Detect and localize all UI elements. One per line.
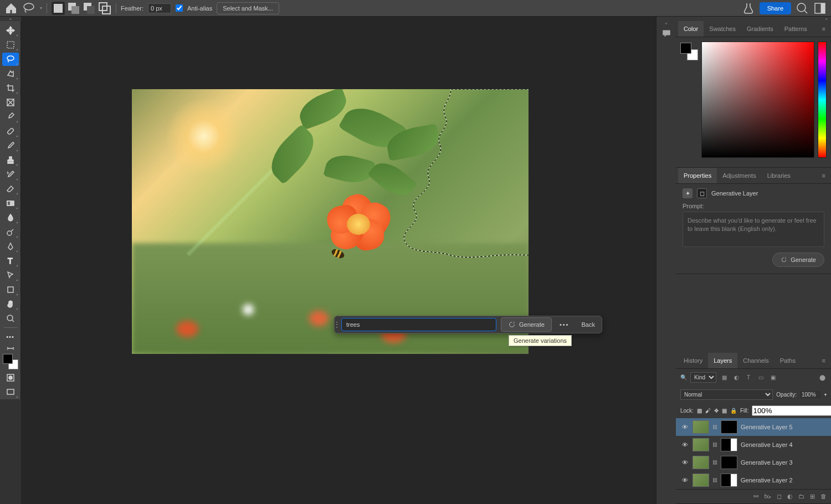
tab-adjustments[interactable]: Adjustments bbox=[717, 168, 762, 183]
visibility-icon[interactable]: 👁 bbox=[680, 459, 689, 466]
document-canvas[interactable] bbox=[132, 89, 529, 354]
pen-tool[interactable] bbox=[2, 240, 19, 253]
edit-toolbar[interactable]: ••• bbox=[2, 330, 19, 343]
visibility-icon[interactable]: 👁 bbox=[680, 424, 689, 430]
intersect-selection-icon[interactable] bbox=[98, 2, 111, 15]
quick-select-tool[interactable] bbox=[2, 67, 19, 80]
lock-all-icon[interactable]: 🔒 bbox=[730, 408, 737, 414]
collapse-tools-icon[interactable]: » bbox=[0, 17, 21, 21]
layer-name[interactable]: Generative Layer 3 bbox=[741, 459, 793, 466]
properties-generate-button[interactable]: Generate bbox=[772, 253, 824, 267]
layer-thumbnail[interactable] bbox=[693, 456, 709, 469]
lock-pos-icon[interactable]: ✥ bbox=[714, 408, 719, 414]
mask-thumbnail[interactable] bbox=[721, 438, 737, 451]
layer-row[interactable]: 👁 ⛓ Generative Layer 4 bbox=[676, 436, 831, 454]
new-layer-icon[interactable]: ⊞ bbox=[810, 493, 815, 500]
search-icon[interactable] bbox=[796, 2, 809, 15]
tab-patterns[interactable]: Patterns bbox=[779, 21, 813, 37]
marquee-tool[interactable] bbox=[2, 38, 19, 52]
tab-color[interactable]: Color bbox=[678, 21, 704, 37]
zoom-tool[interactable] bbox=[2, 312, 19, 325]
dodge-tool[interactable] bbox=[2, 225, 19, 239]
tab-swatches[interactable]: Swatches bbox=[704, 21, 741, 37]
filter-shape-icon[interactable]: ▭ bbox=[756, 373, 765, 382]
lock-paint-icon[interactable]: 🖌 bbox=[705, 408, 711, 414]
panel-menu-icon[interactable]: ≡ bbox=[819, 353, 829, 368]
mask-thumbnail[interactable] bbox=[721, 420, 737, 434]
antialias-checkbox[interactable] bbox=[176, 4, 183, 12]
layer-name[interactable]: Generative Layer 4 bbox=[741, 441, 793, 448]
gradient-tool[interactable] bbox=[2, 197, 19, 210]
crop-tool[interactable] bbox=[2, 81, 19, 95]
healing-tool[interactable] bbox=[2, 125, 19, 138]
link-layers-icon[interactable]: ⚯ bbox=[753, 493, 758, 500]
mask-thumbnail[interactable] bbox=[721, 474, 737, 487]
filter-pixel-icon[interactable]: ▦ bbox=[720, 373, 729, 382]
shape-tool[interactable] bbox=[2, 283, 19, 296]
panel-menu-icon[interactable]: ≡ bbox=[819, 168, 829, 183]
layer-name[interactable]: Generative Layer 2 bbox=[741, 477, 793, 484]
layer-row[interactable]: 👁 ⛓ Generative Layer 2 bbox=[676, 471, 831, 489]
feather-input[interactable] bbox=[148, 3, 171, 13]
tab-layers[interactable]: Layers bbox=[708, 353, 737, 368]
back-button[interactable]: Back bbox=[574, 321, 601, 328]
subtract-selection-icon[interactable] bbox=[83, 2, 96, 15]
more-options-icon[interactable]: ••• bbox=[554, 321, 575, 328]
tab-properties[interactable]: Properties bbox=[678, 168, 717, 183]
eraser-tool[interactable] bbox=[2, 182, 19, 196]
canvas-area[interactable]: ⋮ Generate ••• Back Generate variations bbox=[21, 17, 656, 504]
visibility-icon[interactable]: 👁 bbox=[680, 441, 689, 448]
visibility-icon[interactable]: 👁 bbox=[680, 477, 689, 484]
share-button[interactable]: Share bbox=[760, 2, 791, 14]
path-select-tool[interactable] bbox=[2, 269, 19, 282]
tab-channels[interactable]: Channels bbox=[737, 353, 774, 368]
tab-history[interactable]: History bbox=[678, 353, 708, 368]
filter-smart-icon[interactable]: ▣ bbox=[768, 373, 777, 382]
lasso-tool[interactable] bbox=[2, 53, 19, 66]
add-selection-icon[interactable] bbox=[67, 2, 80, 15]
layer-thumbnail[interactable] bbox=[693, 474, 709, 487]
history-brush-tool[interactable] bbox=[2, 168, 19, 181]
layer-row[interactable]: 👁 ⛓ Generative Layer 3 bbox=[676, 454, 831, 471]
drag-handle-icon[interactable]: ⋮ bbox=[335, 320, 339, 329]
filter-toggle-icon[interactable]: ⬤ bbox=[818, 373, 827, 382]
type-tool[interactable]: T bbox=[2, 254, 19, 268]
hand-tool[interactable] bbox=[2, 297, 19, 311]
mask-icon[interactable]: ◻ bbox=[777, 493, 782, 500]
workspace-icon[interactable] bbox=[813, 2, 827, 15]
mask-thumbnail[interactable] bbox=[721, 456, 737, 469]
layer-thumbnail[interactable] bbox=[693, 420, 709, 434]
lasso-tool-icon[interactable] bbox=[22, 2, 35, 15]
tab-gradients[interactable]: Gradients bbox=[741, 21, 779, 37]
lock-nest-icon[interactable]: ▦ bbox=[722, 408, 727, 414]
trash-icon[interactable]: 🗑 bbox=[820, 493, 827, 500]
expand-dock-icon[interactable]: « bbox=[656, 21, 676, 25]
generate-button[interactable]: Generate bbox=[501, 317, 552, 332]
filter-adjust-icon[interactable]: ◐ bbox=[732, 373, 741, 382]
frame-tool[interactable] bbox=[2, 96, 19, 109]
color-field[interactable] bbox=[701, 42, 814, 158]
fx-icon[interactable]: fx▾ bbox=[764, 493, 771, 500]
stamp-tool[interactable] bbox=[2, 153, 19, 167]
generative-prompt-input[interactable] bbox=[341, 318, 496, 331]
blur-tool[interactable] bbox=[2, 211, 19, 224]
layer-filter-select[interactable]: Kind bbox=[690, 372, 716, 383]
opacity-input[interactable] bbox=[800, 391, 821, 398]
beaker-icon[interactable] bbox=[742, 2, 755, 15]
layer-thumbnail[interactable] bbox=[693, 438, 709, 451]
color-swatch-pair[interactable] bbox=[680, 43, 698, 60]
tab-paths[interactable]: Paths bbox=[774, 353, 801, 368]
brush-tool[interactable] bbox=[2, 139, 19, 152]
lock-trans-icon[interactable]: ▩ bbox=[697, 408, 702, 414]
prompt-textarea[interactable]: Describe what you'd like to generate or … bbox=[683, 212, 824, 247]
collapse-panels-icon[interactable]: » bbox=[676, 17, 831, 21]
new-selection-icon[interactable] bbox=[52, 2, 65, 15]
screen-mode-tool[interactable] bbox=[2, 385, 19, 399]
eyedropper-tool[interactable] bbox=[2, 110, 19, 124]
select-and-mask-button[interactable]: Select and Mask... bbox=[217, 2, 279, 14]
adjustment-icon[interactable]: ◐ bbox=[787, 493, 793, 500]
layer-name[interactable]: Generative Layer 5 bbox=[741, 424, 793, 430]
filter-type-icon[interactable]: T bbox=[744, 373, 753, 382]
hue-slider[interactable] bbox=[818, 42, 827, 158]
layer-row[interactable]: 👁 ⛓ Generative Layer 5 bbox=[676, 418, 831, 436]
